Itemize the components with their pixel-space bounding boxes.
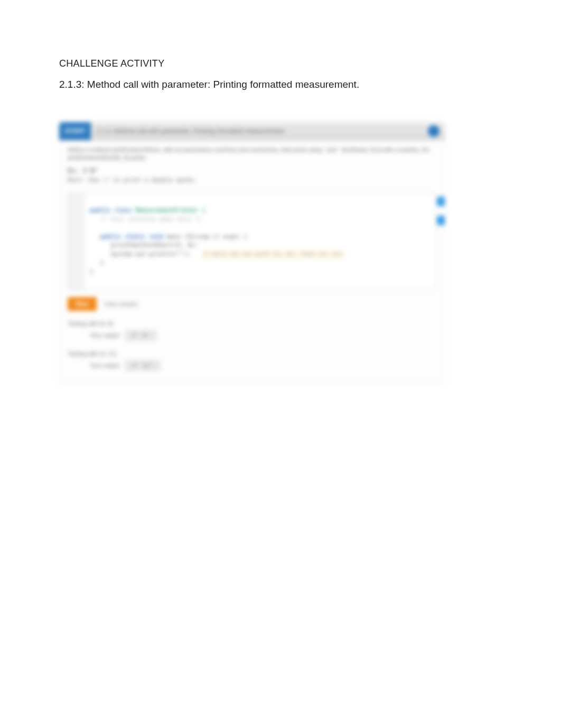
io-output: 5' 8" <box>125 330 157 341</box>
card-body: Define a method printFeetInchShort, with… <box>59 141 445 371</box>
card-header: START 2.1.3: Method call with parameter:… <box>59 122 445 141</box>
code-token: class <box>114 207 132 214</box>
line-gutter <box>68 193 85 289</box>
hint-text: Hint: Use \" to print a double quote. <box>68 177 436 183</box>
start-badge[interactable]: START <box>59 122 91 140</box>
test-block: Testing with (5, 8) Your output 5' 8" <box>68 320 436 341</box>
code-token: public static void <box>90 233 163 240</box>
instruction-text: Define a method printFeetInchShort, with… <box>68 146 436 162</box>
activity-card: START 2.1.3: Method call with parameter:… <box>59 122 445 382</box>
code-token: } <box>90 259 104 266</box>
code-hl-comment: // Will be run with (5, 8), then (4, 11) <box>202 250 344 259</box>
run-row: Run View solution <box>68 297 436 311</box>
io-caption: Your output <box>90 332 119 338</box>
code-token: MeasurementPrinter { <box>135 207 205 214</box>
challenge-eyebrow: CHALLENGE ACTIVITY <box>59 58 503 69</box>
page: CHALLENGE ACTIVITY 2.1.3: Method call wi… <box>0 0 561 382</box>
code-token: /* Your solution goes here */ <box>90 216 202 223</box>
code-token: public <box>90 207 111 214</box>
io-caption: Your output <box>90 362 119 368</box>
io-row: Your output 4' 11" <box>68 360 436 371</box>
code-token: printFeetInchShort(5, 8); <box>90 242 198 248</box>
editor-side-controls <box>437 197 445 225</box>
editor-control-icon[interactable] <box>437 216 445 225</box>
activity-title: 2.1.3: Method call with parameter: Print… <box>59 79 503 90</box>
view-solution-link[interactable]: View solution <box>104 301 138 307</box>
test-label: Testing with (5, 8) <box>68 320 436 327</box>
card-header-title: 2.1.3: Method call with parameter: Print… <box>91 127 428 135</box>
run-button[interactable]: Run <box>68 297 97 311</box>
test-label: Testing with (4, 11) <box>68 351 436 357</box>
info-icon[interactable] <box>428 125 440 137</box>
code-area[interactable]: public class MeasurementPrinter { /* You… <box>85 193 436 289</box>
code-token: System.out.println(""); <box>90 251 191 257</box>
editor-control-icon[interactable] <box>437 197 445 206</box>
example-label: Ex: 5'8" <box>68 167 436 174</box>
code-token: main (String [] args) { <box>167 233 247 240</box>
test-block: Testing with (4, 11) Your output 4' 11" <box>68 351 436 371</box>
code-editor[interactable]: public class MeasurementPrinter { /* You… <box>68 193 436 290</box>
io-output: 4' 11" <box>125 360 161 371</box>
io-row: Your output 5' 8" <box>68 330 436 341</box>
code-token: } <box>90 268 94 275</box>
